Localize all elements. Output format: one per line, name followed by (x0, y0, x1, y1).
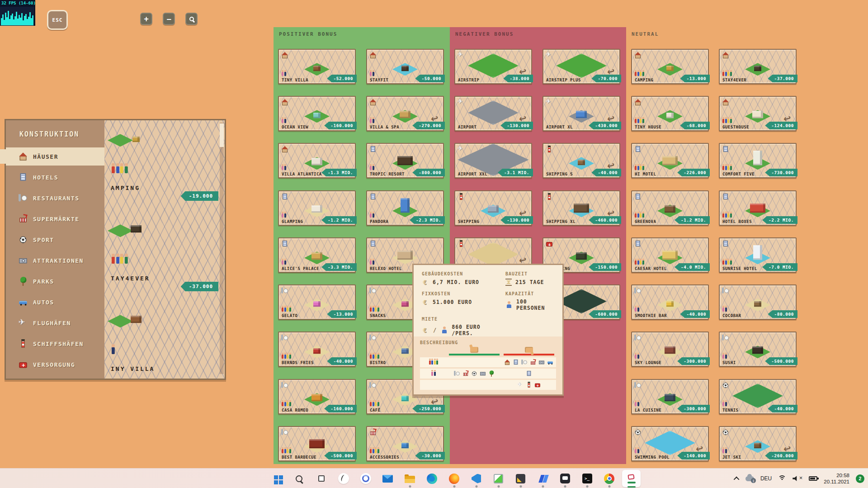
onedrive-icon[interactable] (745, 476, 754, 481)
building-card[interactable]: TINY VILLA-52.000 (278, 49, 356, 84)
building-card[interactable]: ↩SHIPPING-130.000 (454, 190, 532, 226)
building-card[interactable]: ↩SHIPPING S-40.000 (542, 143, 620, 178)
sidebar-item-hotel[interactable]: HOTELS (6, 168, 104, 186)
wifi-icon[interactable] (778, 476, 786, 482)
building-card[interactable]: ALICE'S PALACE-3.3 MIO. (278, 237, 356, 273)
building-card[interactable]: STAYFIT-50.000 (366, 49, 444, 84)
taskbar-app-terminal[interactable]: >_ (576, 469, 598, 488)
plane-icon (546, 52, 553, 59)
taskbar-app-loop[interactable] (354, 469, 377, 488)
notification-badge[interactable]: 2 (856, 474, 864, 483)
price-ribbon: -2.2 MIO. (762, 216, 797, 224)
hotel-icon (634, 240, 642, 247)
building-card[interactable]: BEST BARBECUE-500.000 (278, 426, 356, 461)
building-card[interactable]: CASA ROMEO-160.000 (278, 379, 356, 414)
sidebar-item-plane[interactable]: FLUGHÄFEN (6, 314, 104, 332)
building-card[interactable]: TINY HOUSE-68.000 (631, 96, 709, 131)
building-card[interactable]: CAMPING-13.000 (631, 49, 709, 84)
building-card[interactable]: HOTEL BOXES-2.2 MIO. (719, 190, 797, 226)
taskbar-app-firefox[interactable] (443, 469, 465, 488)
building-card[interactable]: ↩JET SKI-260.000 (719, 426, 797, 461)
sidebar-item-car[interactable]: AUTOS (6, 293, 104, 311)
building-card[interactable]: ↩GUESTHOUSE-124.000 (719, 96, 797, 131)
preview-item[interactable]: AMPING-19.000 (104, 123, 225, 213)
building-card[interactable]: SMOOTHIE BAR-40.000 (631, 284, 709, 320)
zoom-in-button[interactable]: + (140, 13, 152, 25)
building-card[interactable]: ↩AIRPORT-130.000 (454, 96, 532, 131)
taskbar-app-notes[interactable] (509, 469, 532, 488)
building-card[interactable]: SKY LOUNGE-300.000 (631, 332, 709, 367)
building-card[interactable]: COMFORT FIVE-730.000 (719, 143, 797, 178)
sidebar-item-basket[interactable]: SUPERMÄRKTE (6, 210, 104, 228)
sidebar-item-house[interactable]: HÄUSER (6, 147, 104, 166)
building-card[interactable]: SUSHI-500.000 (719, 332, 797, 367)
sidebar-item-label: ATTRAKTIONEN (33, 257, 84, 264)
taskbar-app-mail[interactable] (377, 469, 399, 488)
taskbar-app-feather[interactable] (332, 469, 354, 488)
building-card[interactable]: OCEAN VIEW-160.000 (278, 96, 356, 131)
preview-scrollbar[interactable] (220, 123, 224, 374)
price-ribbon: -300.000 (677, 405, 710, 412)
taskbar-app-greenshot[interactable] (487, 469, 509, 488)
building-card[interactable]: ↩AIRSTRIP-38.000 (454, 49, 532, 84)
taskbar-app-win[interactable] (266, 469, 288, 488)
battery-icon[interactable] (809, 476, 817, 481)
plane-icon (458, 146, 465, 153)
building-card[interactable]: CAESAR HOTEL-4.0 MIO. (631, 237, 709, 273)
taskbar-app-taskview[interactable] (310, 469, 332, 488)
preview-item[interactable]: TAY4EVER-37.000 (104, 213, 225, 304)
building-card[interactable]: SUNRISE HOTEL-7.0 MIO. (719, 237, 797, 273)
taskbar-app-chrome[interactable] (598, 469, 620, 488)
building-card[interactable]: PANDORA-2.3 MIO. (366, 190, 444, 226)
building-card[interactable]: VILLA ATLANTICA-1.3 MIO. (278, 143, 356, 178)
taskbar-app-edge[interactable] (421, 469, 443, 488)
building-card[interactable]: AIRPORT XXL-3.1 MIO. (454, 143, 532, 178)
building-card[interactable]: ↩AIRSTRIP PLUS-70.000 (542, 49, 620, 84)
taskbar-app-search[interactable] (288, 469, 310, 488)
building-card[interactable]: ↩SWIMMING POOL-140.000 (631, 426, 709, 461)
building-card[interactable]: TROPIC RESORT-800.000 (366, 143, 444, 178)
building-card[interactable]: BERNDS FRIES-40.000 (278, 332, 356, 367)
taskbar-app-game[interactable] (620, 469, 642, 488)
building-card[interactable]: ↩SHIPPING XL-460.000 (542, 190, 620, 226)
taskbar-app-automate[interactable] (532, 469, 554, 488)
building-card[interactable]: ↩AIRPORT XL-430.000 (542, 96, 620, 131)
price-ribbon: -800.000 (412, 169, 445, 176)
building-card[interactable]: COCOBAR-80.000 (719, 284, 797, 320)
building-card[interactable]: STAY4EVER-37.000 (719, 49, 797, 84)
building-card[interactable]: TENNIS-40.000 (719, 379, 797, 414)
sidebar-item-lighthouse[interactable]: SCHIFFSHÄFEN (6, 335, 104, 353)
crowd-people-icon (635, 119, 644, 123)
building-name: SKY LOUNGE (635, 360, 661, 365)
couple-people-icon (635, 402, 639, 406)
taskbar-app-chat[interactable] (554, 469, 576, 488)
esc-button[interactable]: ESC (47, 10, 68, 30)
plane-icon (458, 52, 465, 59)
preview-item[interactable]: INY VILLA (104, 304, 225, 379)
taskbar-app-explorer[interactable] (399, 469, 421, 488)
building-card[interactable]: GLAMPING-1.2 MIO. (278, 190, 356, 226)
taskbar-app-vscode[interactable] (465, 469, 487, 488)
building-card[interactable]: ↩VILLA & SPA-270.000 (366, 96, 444, 131)
building-art (397, 251, 413, 260)
zoom-reset-button[interactable] (185, 13, 198, 25)
tray-chevron-up-icon[interactable] (734, 476, 740, 482)
building-art (666, 66, 674, 71)
clock[interactable]: 20:58 20.11.2021 (824, 472, 849, 485)
language-indicator[interactable]: DEU (760, 475, 772, 482)
building-card[interactable]: GREENOVA-1.2 MIO. (631, 190, 709, 226)
building-card[interactable]: GELATO-13.000 (278, 284, 356, 320)
building-card[interactable]: LA CUISINE-300.000 (631, 379, 709, 414)
scrollbar-thumb[interactable] (220, 123, 224, 147)
building-name: COMFORT FIVE (722, 172, 755, 176)
sidebar-item-camera[interactable]: ATTRAKTIONEN (6, 251, 104, 270)
sidebar-item-soccer[interactable]: SPORT (6, 231, 104, 249)
sidebar-item-firstaid[interactable]: VERSORGUNG (6, 355, 104, 374)
feather-icon (338, 473, 349, 484)
building-card[interactable]: HI MOTEL-226.000 (631, 143, 709, 178)
volume-muted-icon[interactable] (793, 476, 802, 481)
building-card[interactable]: ACCESSORIES-30.000 (366, 426, 444, 461)
sidebar-item-tree[interactable]: PARKS (6, 272, 104, 290)
zoom-out-button[interactable]: − (163, 13, 175, 25)
sidebar-item-restaurant[interactable]: RESTAURANTS (6, 189, 104, 207)
